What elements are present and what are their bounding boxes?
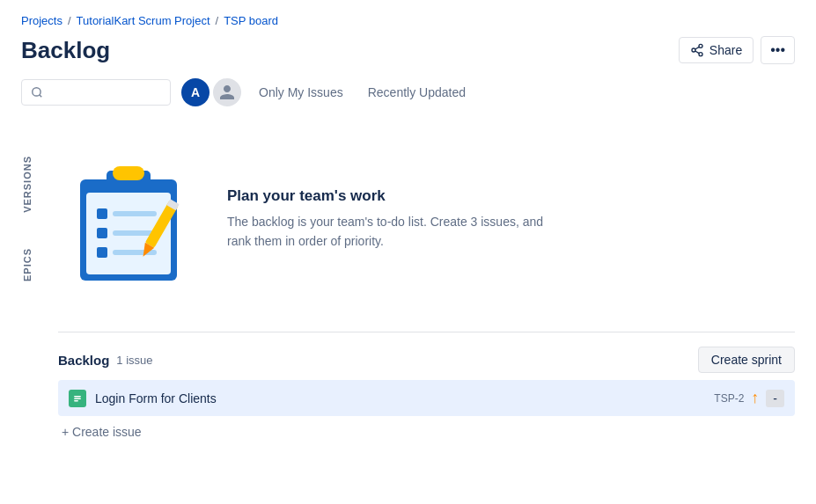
header-actions: Share •••: [679, 36, 795, 64]
share-button[interactable]: Share: [679, 37, 754, 63]
empty-state-heading: Plan your team's work: [227, 187, 562, 205]
create-sprint-button[interactable]: Create sprint: [698, 347, 795, 373]
issue-dash-button[interactable]: -: [766, 390, 784, 407]
svg-line-6: [40, 95, 42, 98]
svg-rect-10: [113, 166, 144, 180]
breadcrumb: Projects / TutorialKart Scrum Project / …: [0, 0, 816, 33]
more-button[interactable]: •••: [761, 36, 795, 64]
clipboard-svg: [58, 149, 199, 289]
svg-rect-12: [113, 211, 157, 216]
issue-row: Login Form for Clients TSP-2 ↑ -: [58, 380, 795, 416]
backlog-title-row: Backlog 1 issue: [58, 353, 153, 368]
svg-rect-21: [74, 396, 81, 398]
svg-rect-22: [74, 398, 81, 399]
more-icon: •••: [770, 42, 785, 58]
clipboard-illustration: [58, 149, 199, 289]
issue-meta: TSP-2 ↑ -: [714, 389, 784, 407]
svg-line-4: [695, 47, 700, 49]
avatar-anon[interactable]: [213, 78, 241, 106]
sidebar-item-epics[interactable]: EPICS: [22, 248, 33, 281]
search-input[interactable]: [48, 85, 161, 99]
svg-point-2: [699, 53, 702, 56]
svg-line-3: [695, 51, 700, 54]
empty-state: Plan your team's work The backlog is you…: [58, 121, 795, 332]
priority-icon: ↑: [751, 389, 759, 407]
breadcrumb-board[interactable]: TSP board: [224, 14, 278, 27]
svg-point-5: [33, 88, 40, 96]
share-label: Share: [709, 43, 742, 57]
avatar-group: A: [181, 78, 241, 106]
create-issue-label: + Create issue: [62, 425, 142, 439]
issue-count: 1 issue: [116, 354, 152, 367]
issue-type-icon: [69, 390, 86, 407]
recently-updated-button[interactable]: Recently Updated: [361, 82, 473, 103]
sidebar: VERSIONS EPICS: [0, 121, 44, 446]
avatar-user-a[interactable]: A: [181, 78, 210, 106]
svg-rect-11: [97, 208, 107, 219]
backlog-title: Backlog: [58, 353, 109, 368]
breadcrumb-sep-1: /: [68, 14, 71, 27]
sidebar-item-versions[interactable]: VERSIONS: [22, 156, 33, 213]
breadcrumb-projects[interactable]: Projects: [21, 14, 62, 27]
create-issue-row[interactable]: + Create issue: [58, 418, 795, 446]
main-layout: VERSIONS EPICS: [0, 121, 816, 446]
backlog-section: Backlog 1 issue Create sprint Login Form…: [58, 332, 795, 446]
anon-user-icon: [218, 84, 236, 101]
breadcrumb-sep-2: /: [216, 14, 219, 27]
backlog-header: Backlog 1 issue Create sprint: [58, 347, 795, 373]
empty-state-text: Plan your team's work The backlog is you…: [227, 187, 562, 252]
share-icon: [690, 43, 704, 57]
svg-point-0: [699, 44, 702, 47]
svg-rect-23: [74, 400, 78, 402]
breadcrumb-project[interactable]: TutorialKart Scrum Project: [77, 14, 210, 27]
page-title: Backlog: [21, 37, 110, 64]
svg-rect-15: [97, 247, 107, 258]
issue-name[interactable]: Login Form for Clients: [95, 391, 705, 405]
search-box[interactable]: [21, 79, 171, 106]
page-header: Backlog Share •••: [0, 33, 816, 78]
story-icon: [71, 392, 84, 405]
main-content: Plan your team's work The backlog is you…: [44, 121, 816, 446]
svg-rect-13: [97, 228, 107, 238]
search-icon: [31, 86, 43, 99]
svg-point-1: [692, 48, 695, 52]
empty-state-description: The backlog is your team's to-do list. C…: [227, 212, 562, 252]
toolbar: A Only My Issues Recently Updated: [0, 78, 816, 121]
issue-id: TSP-2: [714, 392, 744, 405]
only-my-issues-button[interactable]: Only My Issues: [252, 82, 350, 103]
